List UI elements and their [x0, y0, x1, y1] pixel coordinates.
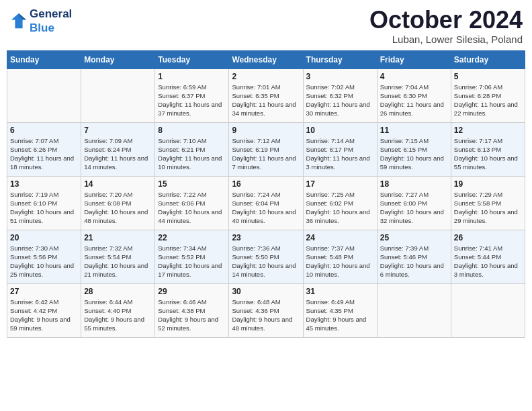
calendar-cell: 30Sunrise: 6:48 AM Sunset: 4:36 PM Dayli… [229, 283, 303, 337]
day-info: Sunrise: 6:46 AM Sunset: 4:38 PM Dayligh… [158, 298, 226, 333]
calendar-cell: 28Sunrise: 6:44 AM Sunset: 4:40 PM Dayli… [81, 283, 155, 337]
calendar-cell: 4Sunrise: 7:04 AM Sunset: 6:30 PM Daylig… [377, 68, 451, 122]
day-info: Sunrise: 7:30 AM Sunset: 5:56 PM Dayligh… [10, 244, 78, 279]
day-info: Sunrise: 7:19 AM Sunset: 6:10 PM Dayligh… [10, 190, 78, 226]
day-info: Sunrise: 7:01 AM Sunset: 6:35 PM Dayligh… [232, 83, 300, 118]
calendar-cell: 16Sunrise: 7:24 AM Sunset: 6:04 PM Dayli… [229, 176, 303, 230]
calendar-cell [7, 68, 81, 122]
day-number: 12 [454, 126, 522, 135]
calendar-cell: 3Sunrise: 7:02 AM Sunset: 6:32 PM Daylig… [303, 68, 377, 122]
calendar-cell: 17Sunrise: 7:25 AM Sunset: 6:02 PM Dayli… [303, 176, 377, 230]
day-number: 3 [306, 72, 374, 81]
month-title: October 2024 [369, 7, 523, 34]
day-number: 16 [232, 179, 300, 189]
calendar-cell: 10Sunrise: 7:14 AM Sunset: 6:17 PM Dayli… [303, 122, 377, 176]
day-number: 18 [380, 179, 448, 189]
calendar-cell: 7Sunrise: 7:09 AM Sunset: 6:24 PM Daylig… [81, 122, 155, 176]
day-number: 1 [158, 72, 226, 81]
logo-general-text: General [30, 7, 72, 20]
logo-icon [9, 11, 28, 30]
day-info: Sunrise: 7:29 AM Sunset: 5:58 PM Dayligh… [454, 190, 522, 226]
day-number: 7 [84, 126, 152, 135]
weekday-header-tuesday: Tuesday [155, 50, 229, 68]
calendar-cell: 21Sunrise: 7:32 AM Sunset: 5:54 PM Dayli… [81, 230, 155, 283]
day-number: 2 [232, 72, 300, 81]
title-section: October 2024 Luban, Lower Silesia, Polan… [369, 7, 523, 45]
calendar-cell: 11Sunrise: 7:15 AM Sunset: 6:15 PM Dayli… [377, 122, 451, 176]
calendar-cell: 24Sunrise: 7:37 AM Sunset: 5:48 PM Dayli… [303, 230, 377, 283]
calendar-cell [81, 68, 155, 122]
calendar-week-row: 20Sunrise: 7:30 AM Sunset: 5:56 PM Dayli… [7, 230, 525, 283]
weekday-header-sunday: Sunday [7, 50, 81, 68]
calendar-cell: 12Sunrise: 7:17 AM Sunset: 6:13 PM Dayli… [451, 122, 525, 176]
day-number: 14 [84, 179, 152, 189]
calendar-cell: 22Sunrise: 7:34 AM Sunset: 5:52 PM Dayli… [155, 230, 229, 283]
day-number: 28 [84, 287, 152, 296]
weekday-header-row: SundayMondayTuesdayWednesdayThursdayFrid… [7, 50, 525, 68]
location-subtitle: Luban, Lower Silesia, Poland [369, 34, 523, 45]
calendar-cell [377, 283, 451, 337]
page-header: General Blue October 2024 Luban, Lower S… [7, 7, 525, 45]
day-info: Sunrise: 7:32 AM Sunset: 5:54 PM Dayligh… [84, 244, 152, 279]
day-info: Sunrise: 7:02 AM Sunset: 6:32 PM Dayligh… [306, 83, 374, 118]
calendar-cell: 23Sunrise: 7:36 AM Sunset: 5:50 PM Dayli… [229, 230, 303, 283]
day-info: Sunrise: 6:44 AM Sunset: 4:40 PM Dayligh… [84, 298, 152, 333]
calendar-cell: 9Sunrise: 7:12 AM Sunset: 6:19 PM Daylig… [229, 122, 303, 176]
day-number: 10 [306, 126, 374, 135]
day-info: Sunrise: 6:42 AM Sunset: 4:42 PM Dayligh… [10, 298, 78, 333]
calendar-cell: 15Sunrise: 7:22 AM Sunset: 6:06 PM Dayli… [155, 176, 229, 230]
day-number: 6 [10, 126, 78, 135]
day-info: Sunrise: 7:04 AM Sunset: 6:30 PM Dayligh… [380, 83, 448, 118]
calendar-cell: 1Sunrise: 6:59 AM Sunset: 6:37 PM Daylig… [155, 68, 229, 122]
day-number: 19 [454, 179, 522, 189]
day-info: Sunrise: 7:20 AM Sunset: 6:08 PM Dayligh… [84, 190, 152, 226]
day-number: 21 [84, 233, 152, 242]
day-info: Sunrise: 7:09 AM Sunset: 6:24 PM Dayligh… [84, 136, 152, 172]
calendar-week-row: 6Sunrise: 7:07 AM Sunset: 6:26 PM Daylig… [7, 122, 525, 176]
day-number: 23 [232, 233, 300, 242]
calendar-cell: 31Sunrise: 6:49 AM Sunset: 4:35 PM Dayli… [303, 283, 377, 337]
calendar-week-row: 1Sunrise: 6:59 AM Sunset: 6:37 PM Daylig… [7, 68, 525, 122]
logo: General Blue [9, 7, 72, 35]
logo-blue-text: Blue [30, 21, 54, 34]
calendar-cell: 27Sunrise: 6:42 AM Sunset: 4:42 PM Dayli… [7, 283, 81, 337]
weekday-header-friday: Friday [377, 50, 451, 68]
day-info: Sunrise: 7:17 AM Sunset: 6:13 PM Dayligh… [454, 136, 522, 172]
day-number: 29 [158, 287, 226, 296]
day-info: Sunrise: 7:41 AM Sunset: 5:44 PM Dayligh… [454, 244, 522, 279]
day-number: 22 [158, 233, 226, 242]
day-number: 30 [232, 287, 300, 296]
calendar-cell: 8Sunrise: 7:10 AM Sunset: 6:21 PM Daylig… [155, 122, 229, 176]
day-number: 8 [158, 126, 226, 135]
day-number: 31 [306, 287, 374, 296]
weekday-header-wednesday: Wednesday [229, 50, 303, 68]
day-info: Sunrise: 6:49 AM Sunset: 4:35 PM Dayligh… [306, 298, 374, 333]
day-number: 4 [380, 72, 448, 81]
day-info: Sunrise: 6:59 AM Sunset: 6:37 PM Dayligh… [158, 83, 226, 118]
weekday-header-monday: Monday [81, 50, 155, 68]
calendar-cell: 5Sunrise: 7:06 AM Sunset: 6:28 PM Daylig… [451, 68, 525, 122]
calendar-week-row: 27Sunrise: 6:42 AM Sunset: 4:42 PM Dayli… [7, 283, 525, 337]
day-number: 17 [306, 179, 374, 189]
calendar-cell: 6Sunrise: 7:07 AM Sunset: 6:26 PM Daylig… [7, 122, 81, 176]
day-number: 26 [454, 233, 522, 242]
day-number: 20 [10, 233, 78, 242]
day-number: 13 [10, 179, 78, 189]
day-info: Sunrise: 7:39 AM Sunset: 5:46 PM Dayligh… [380, 244, 448, 279]
day-info: Sunrise: 7:34 AM Sunset: 5:52 PM Dayligh… [158, 244, 226, 279]
calendar-cell: 2Sunrise: 7:01 AM Sunset: 6:35 PM Daylig… [229, 68, 303, 122]
day-info: Sunrise: 7:07 AM Sunset: 6:26 PM Dayligh… [10, 136, 78, 172]
day-number: 24 [306, 233, 374, 242]
calendar-cell: 20Sunrise: 7:30 AM Sunset: 5:56 PM Dayli… [7, 230, 81, 283]
calendar-cell: 25Sunrise: 7:39 AM Sunset: 5:46 PM Dayli… [377, 230, 451, 283]
day-info: Sunrise: 7:12 AM Sunset: 6:19 PM Dayligh… [232, 136, 300, 172]
calendar-cell: 14Sunrise: 7:20 AM Sunset: 6:08 PM Dayli… [81, 176, 155, 230]
day-number: 11 [380, 126, 448, 135]
calendar-cell: 29Sunrise: 6:46 AM Sunset: 4:38 PM Dayli… [155, 283, 229, 337]
day-number: 9 [232, 126, 300, 135]
calendar-week-row: 13Sunrise: 7:19 AM Sunset: 6:10 PM Dayli… [7, 176, 525, 230]
day-number: 25 [380, 233, 448, 242]
day-info: Sunrise: 6:48 AM Sunset: 4:36 PM Dayligh… [232, 298, 300, 333]
day-number: 27 [10, 287, 78, 296]
calendar-cell: 19Sunrise: 7:29 AM Sunset: 5:58 PM Dayli… [451, 176, 525, 230]
